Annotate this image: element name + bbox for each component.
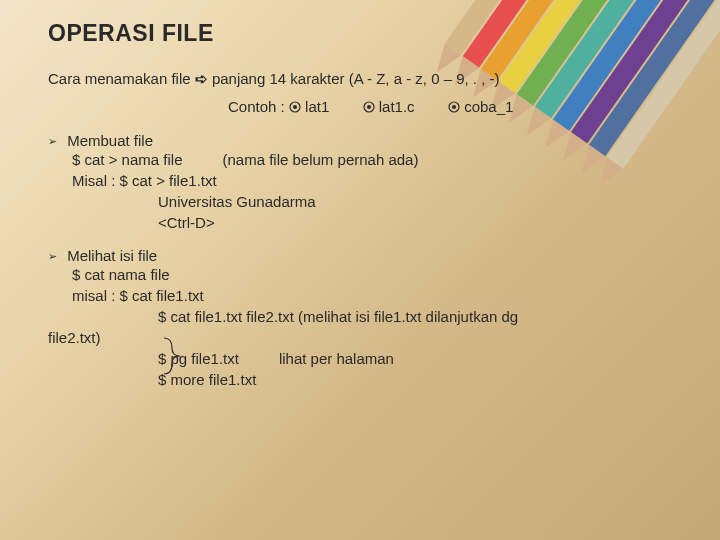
intro-line-2: Contoh : lat1 lat1.c coba_1 (48, 97, 680, 117)
svg-point-1 (293, 105, 297, 109)
sun-bullet-icon (363, 98, 375, 110)
code-line: misal : $ cat file1.txt (48, 285, 680, 306)
intro-line-1: Cara menamakan file ➪ panjang 14 karakte… (48, 69, 680, 89)
chevron-right-icon: ➢ (48, 135, 57, 147)
example-item: coba_1 (464, 98, 513, 115)
inline-note: lihat per halaman (239, 348, 680, 369)
inline-note: (nama file belum pernah ada) (182, 149, 680, 170)
curly-brace-icon (160, 336, 184, 376)
example-item: lat1.c (379, 98, 415, 115)
code-line: $ pg file1.txt lihat per halaman (48, 348, 680, 369)
code-line: Misal : $ cat > file1.txt (48, 170, 680, 191)
svg-point-5 (452, 105, 456, 109)
section-membuat-file: ➢ Membuat file $ cat > nama file (nama f… (48, 132, 680, 233)
section-heading: ➢ Melihat isi file (48, 247, 680, 264)
sun-bullet-icon (289, 98, 301, 110)
page-title: OPERASI FILE (48, 20, 680, 47)
arrow-icon: ➪ (195, 70, 208, 87)
svg-point-3 (367, 105, 371, 109)
code-line: Universitas Gunadarma (48, 191, 680, 212)
code-line: $ cat > nama file (nama file belum perna… (48, 149, 680, 170)
code-line: $ more file1.txt (48, 369, 680, 390)
intro-post: panjang 14 karakter (A - Z, a - z, 0 – 9… (212, 70, 500, 87)
section-heading-text: Melihat isi file (67, 247, 157, 264)
example-label: Contoh : (228, 98, 289, 115)
example-item: lat1 (305, 98, 329, 115)
code-line: $ cat file1.txt file2.txt (melihat isi f… (48, 306, 680, 327)
chevron-right-icon: ➢ (48, 250, 57, 262)
code-line: <Ctrl-D> (48, 212, 680, 233)
section-melihat-isi-file: ➢ Melihat isi file $ cat nama file misal… (48, 247, 680, 390)
slide-content: OPERASI FILE Cara menamakan file ➪ panja… (0, 0, 720, 410)
code-line: $ cat nama file (48, 264, 680, 285)
sun-bullet-icon (448, 98, 460, 110)
section-heading-text: Membuat file (67, 132, 153, 149)
intro-pre: Cara menamakan file (48, 70, 195, 87)
code-line-wrap: file2.txt) (48, 327, 680, 348)
section-heading: ➢ Membuat file (48, 132, 680, 149)
